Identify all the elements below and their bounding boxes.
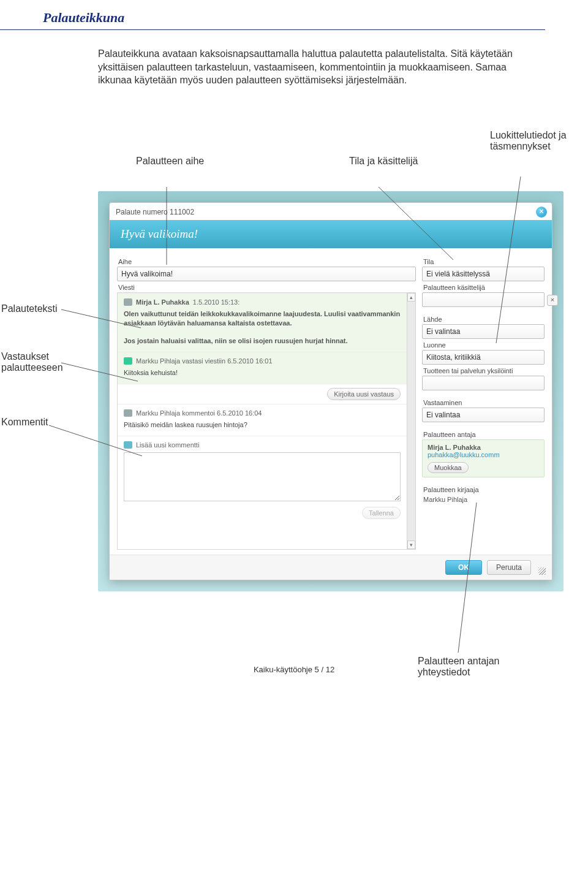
dialog-right-column: Tila Ei vielä käsittelyssä Palautteen kä… <box>422 256 545 550</box>
label-lahde: Lähde <box>423 316 543 323</box>
input-aihe[interactable] <box>117 267 416 281</box>
annotation-antaja: Palautteen antajan yhteystiedot <box>418 656 499 678</box>
dialog-title-text: Palaute numero 111002 <box>116 208 194 216</box>
label-antaja: Palautteen antaja <box>423 431 543 438</box>
msg1-time: 1.5.2010 15:13: <box>193 298 239 306</box>
dialog-left-column: Aihe Viesti Mirja L. Puhakka 1.5.2010 15… <box>117 256 416 550</box>
reply-message: Markku Pihlaja vastasi viestiin 6.5.2010… <box>118 352 407 384</box>
save-comment-button[interactable]: Tallenna <box>362 507 401 519</box>
label-kasittelija: Palautteen käsittelijä <box>423 284 543 291</box>
speech-icon <box>124 441 132 449</box>
label-kirjaaja: Palautteen kirjaaja <box>423 486 543 493</box>
new-comment-textarea[interactable] <box>124 452 401 501</box>
dialog-titlebar: Palaute numero 111002 × <box>110 203 552 220</box>
label-viesti: Viesti <box>118 284 415 291</box>
annotation-vastaukset-l1: Vastaukset <box>1 351 49 362</box>
envelope-icon <box>124 357 132 365</box>
cancel-button[interactable]: Peruuta <box>487 560 531 575</box>
scroll-down-icon[interactable]: ▾ <box>407 541 415 549</box>
msg1-author: Mirja L. Puhakka <box>136 298 189 306</box>
resize-grip-icon[interactable] <box>538 567 546 575</box>
annotation-antaja-l2: yhteystiedot <box>418 667 470 677</box>
dialog-hero: Hyvä valikoima! <box>110 220 552 248</box>
input-yksilointi[interactable] <box>422 376 545 390</box>
annotation-luokittelu: Luokittelutiedot ja täsmennykset <box>490 130 588 152</box>
scrollbar[interactable]: ▴ ▾ <box>407 293 415 549</box>
page-footer: Kaiku-käyttöohje 5 / 12 <box>0 665 588 686</box>
annotation-vastaukset-l2: palautteeseen <box>1 362 63 373</box>
annotation-aihe: Palautteen aihe <box>136 156 204 167</box>
select-lahde[interactable]: Ei valintaa <box>422 324 545 339</box>
msg1-p2: Jos jostain haluaisi valittaa, niin se o… <box>124 337 348 344</box>
giver-name: Mirja L. Puhakka <box>428 444 539 451</box>
giver-email[interactable]: puhakka@luukku.comm <box>428 451 539 458</box>
annotation-tila: Tila ja käsittelijä <box>349 156 418 167</box>
message-scroll: Mirja L. Puhakka 1.5.2010 15:13: Olen va… <box>118 293 407 549</box>
write-reply-row: Kirjoita uusi vastaus <box>118 384 407 404</box>
reply-body: Kiitoksia kehuista! <box>124 368 401 378</box>
comment-message: Markku Pihlaja kommentoi 6.5.2010 16:04 … <box>118 404 407 436</box>
dialog-footer: OK Peruuta <box>110 555 552 580</box>
annotation-palauteteksti: Palauteteksti <box>1 303 99 314</box>
kirjaaja-value: Markku Pihlaja <box>422 495 545 504</box>
comment-head: Markku Pihlaja kommentoi 6.5.2010 16:04 <box>136 409 262 417</box>
speech-icon <box>124 409 132 417</box>
speech-icon <box>124 298 132 306</box>
top-annotations: Palautteen aihe Tila ja käsittelijä Luok… <box>0 105 588 191</box>
page-title: Palauteikkuna <box>0 0 545 30</box>
annotation-kommentit: Kommentit <box>1 417 99 428</box>
label-aihe: Aihe <box>118 258 415 265</box>
input-kasittelija[interactable] <box>422 292 545 307</box>
select-vastaaminen[interactable]: Ei valintaa <box>422 408 545 422</box>
annotation-antaja-l1: Palautteen antajan <box>418 656 499 666</box>
annotation-vastaukset: Vastaukset palautteeseen <box>1 351 99 373</box>
screenshot-frame: Palaute numero 111002 × Hyvä valikoima! … <box>98 191 564 591</box>
ok-button[interactable]: OK <box>445 560 482 575</box>
giver-box: Mirja L. Puhakka puhakka@luukku.comm Muo… <box>422 439 545 477</box>
original-message: Mirja L. Puhakka 1.5.2010 15:13: Olen va… <box>118 293 407 352</box>
intro-paragraph: Palauteikkuna avataan kaksoisnapsauttama… <box>98 47 539 87</box>
msg1-p1: Olen vaikuttunut teidän leikkokukkavalik… <box>124 310 400 327</box>
label-luonne: Luonne <box>423 341 543 349</box>
select-luonne[interactable]: Kiitosta, kritiikkiä <box>422 350 545 365</box>
feedback-dialog: Palaute numero 111002 × Hyvä valikoima! … <box>109 202 552 580</box>
scroll-up-icon[interactable]: ▴ <box>407 293 415 302</box>
label-tila: Tila <box>423 258 543 265</box>
close-icon[interactable]: × <box>536 207 547 218</box>
write-reply-button[interactable]: Kirjoita uusi vastaus <box>327 388 401 400</box>
add-comment-block: Lisää uusi kommentti Tallenna <box>118 436 407 525</box>
add-comment-head: Lisää uusi kommentti <box>136 441 199 449</box>
reply-head: Markku Pihlaja vastasi viestiin 6.5.2010… <box>136 357 273 365</box>
comment-body: Pitäisikö meidän laskea ruusujen hintoja… <box>124 420 401 430</box>
edit-giver-button[interactable]: Muokkaa <box>428 462 469 473</box>
message-area: Mirja L. Puhakka 1.5.2010 15:13: Olen va… <box>117 292 416 550</box>
select-tila[interactable]: Ei vielä käsittelyssä <box>422 267 545 281</box>
label-vastaaminen: Vastaaminen <box>423 399 543 406</box>
label-yksilointi: Tuotteen tai palvelun yksilöinti <box>423 367 543 374</box>
clear-kasittelija-icon[interactable]: × <box>547 295 558 306</box>
